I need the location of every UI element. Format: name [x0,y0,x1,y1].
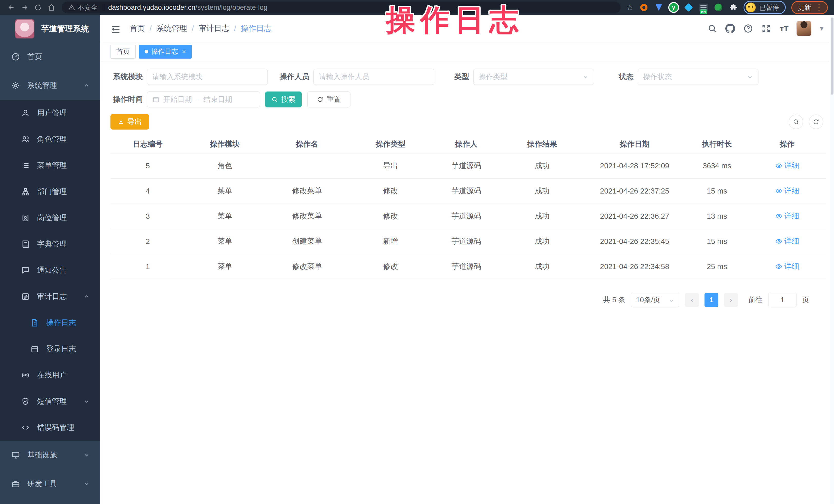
sidebar-item-system[interactable]: 系统管理 [0,71,100,100]
toggle-search-button[interactable] [789,115,803,129]
page-size-select[interactable]: 10条/页 [631,293,679,307]
status-select[interactable]: 操作状态 [638,69,759,85]
tab-close-icon[interactable]: × [182,49,186,55]
sidebar-item-departments[interactable]: 部门管理 [0,179,100,205]
user-icon [21,109,30,117]
col-result: 操作结果 [501,135,583,153]
sidebar-item-sms[interactable]: 短信管理 [0,388,100,415]
breadcrumb-item[interactable]: 系统管理 [156,23,187,34]
app-logo-row[interactable]: 芋道管理系统 [0,15,100,42]
github-icon[interactable] [725,23,736,34]
col-log-id: 日志编号 [110,135,185,153]
address-bar[interactable]: 不安全 dashboard.yudao.iocoder.cn/system/lo… [62,2,620,13]
detail-link[interactable]: 详细 [775,236,799,246]
module-input[interactable] [152,73,262,81]
gear-icon [11,81,20,90]
type-select[interactable]: 操作类型 [473,69,594,85]
sidebar-item-operate-log[interactable]: 操作日志 [0,310,100,336]
next-page-button[interactable]: › [724,293,738,307]
breadcrumb-item[interactable]: 审计日志 [199,23,229,34]
sidebar-item-label: 菜单管理 [37,160,67,171]
sidebar-item-label: 首页 [27,52,42,62]
book-icon [21,240,30,248]
extension-icon-orange[interactable] [639,3,649,12]
sidebar-item-infrastructure[interactable]: 基础设施 [0,441,100,469]
sidebar-item-roles[interactable]: 角色管理 [0,126,100,152]
sidebar-item-dict[interactable]: 字典管理 [0,231,100,257]
page-scrollbar[interactable] [830,15,834,504]
sidebar-toggle-icon[interactable] [110,24,121,33]
update-chip[interactable]: 更新 ⋮ [791,1,828,14]
sidebar-item-dev-tools[interactable]: 研发工具 [0,469,100,498]
col-name: 操作名 [265,135,349,153]
tab-home[interactable]: 首页 [110,45,136,59]
fullscreen-icon[interactable] [761,23,772,34]
pagination: 共 5 条 10条/页 ‹ 1 › 前往 页 [110,293,809,307]
current-page-button[interactable]: 1 [704,293,718,307]
sidebar-item-users[interactable]: 用户管理 [0,100,100,126]
detail-link[interactable]: 详细 [775,186,799,196]
browser-menu-icon[interactable]: ⋮ [815,4,823,11]
table-row: 1 菜单 修改菜单 修改 芋道源码 成功 2021-04-26 22:34:58… [110,254,826,279]
detail-link[interactable]: 详细 [775,261,799,272]
start-date-placeholder[interactable]: 开始日期 [163,94,192,104]
operator-input-wrap [313,69,434,85]
forward-icon[interactable] [18,2,31,13]
extension-icon-proxy[interactable]: on [699,3,708,12]
sidebar-item-online-users[interactable]: 在线用户 [0,362,100,388]
cell-module: 菜单 [185,203,265,229]
monitor-icon [11,451,20,460]
user-avatar[interactable] [796,21,811,36]
sidebar-item-audit-log[interactable]: 审计日志 [0,284,100,310]
operator-input[interactable] [319,73,429,81]
breadcrumb-separator: / [192,24,194,33]
sidebar-item-menus[interactable]: 菜单管理 [0,152,100,179]
header-search-icon[interactable] [706,23,718,34]
extension-icon-green[interactable] [714,3,723,12]
reset-button[interactable]: 重置 [307,91,350,107]
detail-link[interactable]: 详细 [775,161,799,171]
url-host: dashboard.yudao.iocoder.cn [108,4,195,11]
extension-icon-blue-drop[interactable] [654,3,663,12]
sidebar-item-label: 部门管理 [37,187,67,197]
scrollbar-thumb[interactable] [831,18,833,94]
extensions-puzzle-icon[interactable] [729,3,738,12]
sidebar-item-login-log[interactable]: 登录日志 [0,336,100,362]
back-icon[interactable] [5,2,18,13]
export-button[interactable]: 导出 [110,114,149,130]
annotation-overlay-text: 操作日志 [386,1,524,40]
sidebar-item-error-codes[interactable]: 错误码管理 [0,415,100,441]
detail-link-label: 详细 [784,236,799,246]
cell-type: 新增 [349,229,432,254]
goto-unit-label: 页 [802,295,809,305]
eye-icon [775,162,782,169]
extension-icon-gem[interactable] [684,3,693,12]
end-date-placeholder[interactable]: 结束日期 [203,94,232,104]
extension-icon-green-y[interactable]: y [669,3,678,12]
eye-icon [775,188,782,195]
bookmark-star-icon[interactable]: ☆ [626,3,634,12]
help-icon[interactable] [743,23,754,34]
breadcrumb-separator: / [150,24,152,33]
prev-page-button[interactable]: ‹ [685,293,699,307]
search-button[interactable]: 搜索 [265,91,302,107]
list-icon [21,161,30,170]
reload-icon[interactable] [31,2,45,13]
breadcrumb-item[interactable]: 首页 [130,23,145,34]
sidebar-item-home[interactable]: 首页 [0,42,100,71]
sidebar-item-posts[interactable]: 岗位管理 [0,205,100,231]
avatar-caret-icon[interactable]: ▼ [818,25,825,32]
range-separator: - [196,95,200,104]
home-icon[interactable] [45,2,58,13]
goto-page-input[interactable] [771,296,794,304]
sidebar-item-label: 短信管理 [37,396,67,407]
profile-chip[interactable]: 已暂停 [744,1,786,14]
date-range-picker[interactable]: 开始日期 - 结束日期 [147,91,260,107]
font-size-icon[interactable]: ᴛT [778,23,790,34]
tab-operate-log[interactable]: 操作日志 × [139,45,192,59]
detail-link[interactable]: 详细 [775,211,799,221]
url-text: dashboard.yudao.iocoder.cn/system/log/op… [108,4,267,12]
refresh-table-button[interactable] [809,115,823,129]
sidebar-item-notice[interactable]: 通知公告 [0,257,100,284]
chevron-down-icon [83,481,90,487]
